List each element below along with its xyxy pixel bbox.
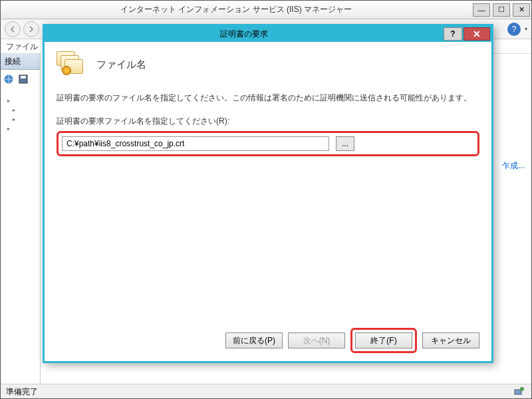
connections-tree[interactable] [1, 92, 40, 135]
dialog-header-row: ファイル名 [57, 51, 479, 78]
tree-item[interactable] [2, 114, 39, 123]
main-titlebar: インターネット インフォメーション サービス (IIS) マネージャー — ☐ … [1, 1, 531, 19]
file-field-label: 証明書の要求ファイル名を指定してください(R): [57, 116, 479, 127]
file-path-input[interactable] [62, 136, 329, 151]
certificate-icon [57, 51, 86, 78]
minimize-button[interactable]: — [473, 3, 490, 17]
tree-item[interactable] [2, 104, 39, 114]
tree-item[interactable] [2, 123, 39, 132]
back-button[interactable]: 前に戻る(P) [225, 332, 283, 348]
dialog-help-button[interactable]: ? [444, 27, 462, 41]
back-nav-button[interactable] [5, 21, 21, 37]
help-icon[interactable]: ? [507, 23, 521, 36]
cancel-button[interactable]: キャンセル [422, 332, 479, 348]
dialog-body: ファイル名 証明書の要求のファイル名を指定してください。この情報は署名のために証… [45, 42, 491, 361]
dialog-titlebar: 証明書の要求 ? ✕ [45, 26, 491, 42]
status-bar: 準備完了 [1, 384, 531, 398]
globe-icon[interactable] [3, 74, 15, 86]
tree-item[interactable] [2, 95, 39, 104]
dialog-heading: ファイル名 [96, 59, 146, 71]
dialog-instruction: 証明書の要求のファイル名を指定してください。この情報は署名のために証明機関に送信… [57, 92, 479, 104]
chevron-down-icon: ▾ [525, 26, 527, 32]
sidebar-header: 接続 [1, 54, 40, 70]
finish-highlight: 終了(F) [350, 328, 417, 353]
svg-point-4 [520, 387, 524, 391]
dialog-close-button[interactable]: ✕ [464, 27, 490, 41]
menu-file[interactable]: ファイル [6, 42, 38, 51]
sidebar-toolbar [1, 70, 40, 92]
browse-button[interactable]: ... [336, 136, 354, 151]
dialog-title: 証明書の要求 [45, 29, 444, 40]
connections-sidebar: 接続 [1, 54, 41, 384]
certificate-request-dialog: 証明書の要求 ? ✕ ファイル名 証明書の要求のファイル名を指定してください。こ… [43, 24, 493, 363]
file-input-row: ... [57, 131, 479, 156]
status-text: 準備完了 [6, 386, 514, 396]
status-icon [514, 386, 526, 397]
next-button: 次へ(N) [288, 332, 345, 348]
forward-nav-button[interactable] [23, 21, 39, 37]
create-link[interactable]: 乍成... [502, 160, 525, 172]
main-window-title: インターネット インフォメーション サービス (IIS) マネージャー [1, 4, 471, 15]
finish-button[interactable]: 終了(F) [355, 332, 412, 348]
close-window-button[interactable]: ✕ [513, 3, 530, 17]
save-icon[interactable] [18, 74, 30, 86]
maximize-button[interactable]: ☐ [493, 3, 510, 17]
dialog-button-row: 前に戻る(P) 次へ(N) 終了(F) キャンセル [57, 328, 479, 353]
svg-rect-2 [21, 76, 26, 78]
svg-rect-3 [515, 390, 521, 394]
